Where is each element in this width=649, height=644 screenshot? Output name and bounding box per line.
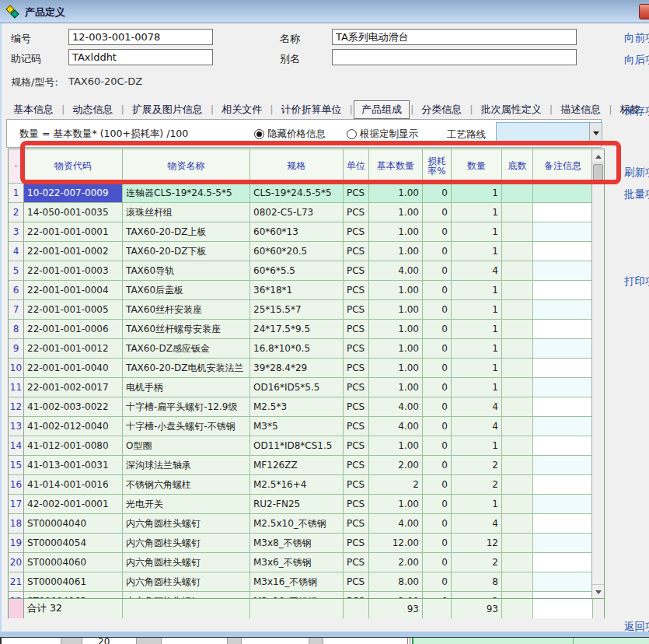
cell-spec[interactable]: MF126ZZ bbox=[250, 456, 344, 475]
chevron-down-icon[interactable] bbox=[589, 123, 602, 144]
cell-unit[interactable]: PCS bbox=[344, 378, 369, 397]
table-row[interactable]: 22ST00004063内六角圆柱头螺钉M3x10_不锈钢PCS2.0002 bbox=[9, 592, 604, 598]
cell-loss-rate[interactable]: 0 bbox=[423, 572, 452, 592]
cell-material-name[interactable]: TAX60-DZ感应钣金 bbox=[123, 339, 250, 359]
cell-qty[interactable]: 2 bbox=[452, 456, 502, 475]
radio-custom-display[interactable]: 根据定制显示 bbox=[347, 128, 418, 141]
cell-qty[interactable]: 1 bbox=[452, 495, 502, 514]
cell-material-name[interactable]: TAX60-20-DZ电机安装法兰 bbox=[123, 359, 250, 378]
tab-10[interactable]: 标签 bbox=[613, 101, 647, 118]
cell-spec[interactable]: 36*18*1 bbox=[250, 281, 344, 300]
cell-remark[interactable] bbox=[533, 553, 593, 572]
table-row[interactable]: 422-001-001-0002TAX60-20-DZ下板60*60*20.5P… bbox=[9, 242, 604, 261]
cell-material-code[interactable]: 10-022-007-0009 bbox=[24, 184, 123, 203]
cell-loss-rate[interactable]: 0 bbox=[423, 456, 452, 475]
cell-material-code[interactable]: 41-002-012-0040 bbox=[24, 417, 123, 436]
cell-base[interactable] bbox=[502, 475, 533, 495]
cell-base-qty[interactable]: 2.00 bbox=[369, 592, 423, 598]
cell-material-name[interactable]: 十字槽-扁平头螺钉-12.9级 bbox=[123, 397, 250, 417]
cell-remark[interactable] bbox=[533, 281, 593, 300]
cell-qty[interactable]: 1 bbox=[452, 242, 502, 261]
cell-qty[interactable]: 1 bbox=[452, 320, 502, 339]
cell-material-name[interactable]: 内六角圆柱头螺钉 bbox=[123, 592, 250, 598]
scrollbar-thumb[interactable] bbox=[593, 164, 603, 184]
cell-remark[interactable] bbox=[533, 184, 593, 203]
cell-spec[interactable]: CLS-19*24.5-5*5 bbox=[250, 184, 344, 203]
cell-base-qty[interactable]: 4.00 bbox=[369, 417, 423, 436]
cell-unit[interactable]: PCS bbox=[344, 184, 369, 203]
table-row[interactable]: 1441-012-001-0080O型圈OD11*ID8*CS1.5PCS1.0… bbox=[9, 436, 604, 456]
row-number[interactable]: 6 bbox=[9, 281, 24, 300]
cell-unit[interactable]: PCS bbox=[344, 572, 369, 592]
row-number[interactable]: 10 bbox=[9, 359, 24, 378]
row-number[interactable]: 21 bbox=[9, 572, 24, 592]
row-number[interactable]: 5 bbox=[9, 261, 24, 281]
cell-spec[interactable]: M2.5x10_不锈钢 bbox=[250, 514, 344, 534]
cell-material-code[interactable]: ST00004061 bbox=[24, 572, 123, 592]
cell-base-qty[interactable]: 1.00 bbox=[369, 184, 423, 203]
cell-qty[interactable]: 2 bbox=[452, 475, 502, 495]
table-row[interactable]: 214-050-001-0035滚珠丝杆组0802-C5-L73PCS1.000… bbox=[9, 203, 604, 222]
row-number[interactable]: 15 bbox=[9, 456, 24, 475]
row-number[interactable]: 9 bbox=[9, 339, 24, 359]
cell-material-name[interactable]: TAX60-20-DZ下板 bbox=[123, 242, 250, 261]
cell-unit[interactable]: PCS bbox=[344, 436, 369, 456]
cell-base-qty[interactable]: 1.00 bbox=[369, 320, 423, 339]
cell-base-qty[interactable]: 2.00 bbox=[369, 456, 423, 475]
cell-loss-rate[interactable]: 0 bbox=[423, 553, 452, 572]
cell-base-qty[interactable]: 1.00 bbox=[369, 281, 423, 300]
cell-material-code[interactable]: 22-001-001-0012 bbox=[24, 339, 123, 359]
cell-remark[interactable] bbox=[533, 397, 593, 417]
cell-material-name[interactable]: TAX60丝杆螺母安装座 bbox=[123, 320, 250, 339]
cell-loss-rate[interactable]: 0 bbox=[423, 475, 452, 495]
cell-base[interactable] bbox=[502, 572, 533, 592]
row-number[interactable]: 12 bbox=[9, 397, 24, 417]
cell-loss-rate[interactable]: 0 bbox=[423, 339, 452, 359]
cell-base-qty[interactable]: 4.00 bbox=[369, 514, 423, 534]
cell-qty[interactable]: 4 bbox=[452, 417, 502, 436]
tab-5[interactable]: 计价折算单位 bbox=[274, 101, 349, 118]
cell-material-code[interactable]: 41-012-001-0080 bbox=[24, 436, 123, 456]
table-row[interactable]: 922-001-001-0012TAX60-DZ感应钣金16.8*10*0.5P… bbox=[9, 339, 604, 359]
cell-material-name[interactable]: 内六角圆柱头螺钉 bbox=[123, 572, 250, 592]
cell-remark[interactable] bbox=[533, 261, 593, 281]
radio-hide-price[interactable]: 隐藏价格信息 bbox=[254, 128, 326, 141]
row-number[interactable]: 4 bbox=[9, 242, 24, 261]
row-number[interactable]: 19 bbox=[9, 534, 24, 553]
cell-base[interactable] bbox=[502, 592, 533, 598]
cell-base[interactable] bbox=[502, 281, 533, 300]
cell-material-name[interactable]: 内六角圆柱头螺钉 bbox=[123, 514, 250, 534]
cell-spec[interactable]: M3*5 bbox=[250, 417, 344, 436]
row-number[interactable]: 11 bbox=[9, 378, 24, 397]
table-row[interactable]: 822-001-001-0006TAX60丝杆螺母安装座24*17.5*9.5P… bbox=[9, 320, 604, 339]
cell-spec[interactable]: 16.8*10*0.5 bbox=[250, 339, 344, 359]
table-row[interactable]: 1122-001-002-0017电机手柄OD16*ID5*5.5PCS1.00… bbox=[9, 378, 604, 397]
tab-9[interactable]: 描述信息 bbox=[553, 101, 608, 118]
cell-material-code[interactable]: 22-001-001-0005 bbox=[24, 300, 123, 320]
cell-material-code[interactable]: ST00004060 bbox=[24, 553, 123, 572]
row-number[interactable]: 2 bbox=[9, 203, 24, 222]
cell-base-qty[interactable]: 1.00 bbox=[369, 222, 423, 242]
cell-unit[interactable]: PCS bbox=[344, 553, 369, 572]
cell-unit[interactable]: PCS bbox=[344, 203, 369, 222]
table-row[interactable]: 18ST00004040内六角圆柱头螺钉M2.5x10_不锈钢PCS4.0004 bbox=[9, 514, 604, 534]
cell-base[interactable] bbox=[502, 300, 533, 320]
cell-spec[interactable]: M2.5*16+4 bbox=[250, 475, 344, 495]
tab-4[interactable]: 相关文件 bbox=[215, 101, 269, 118]
nav-refresh-button[interactable]: 刷新项 bbox=[624, 166, 649, 180]
cell-unit[interactable]: PCS bbox=[344, 417, 369, 436]
cell-base-qty[interactable]: 2 bbox=[369, 475, 423, 495]
tab-7[interactable]: 分类信息 bbox=[414, 101, 469, 118]
cell-base-qty[interactable]: 1.00 bbox=[369, 436, 423, 456]
cell-base[interactable] bbox=[502, 242, 533, 261]
cell-base[interactable] bbox=[502, 495, 533, 514]
row-number[interactable]: 13 bbox=[9, 417, 24, 436]
cell-spec[interactable]: 25*15.5*7 bbox=[250, 300, 344, 320]
table-row[interactable]: 522-001-001-0003TAX60导轨60*6*5.5PCS4.0004 bbox=[9, 261, 604, 281]
cell-material-name[interactable]: 深沟球法兰轴承 bbox=[123, 456, 250, 475]
cell-remark[interactable] bbox=[533, 378, 593, 397]
cell-qty[interactable]: 1 bbox=[452, 339, 502, 359]
table-row[interactable]: 622-001-001-0004TAX60后盖板36*18*1PCS1.0001 bbox=[9, 281, 604, 300]
cell-unit[interactable]: PCS bbox=[344, 281, 369, 300]
cell-remark[interactable] bbox=[533, 456, 593, 475]
